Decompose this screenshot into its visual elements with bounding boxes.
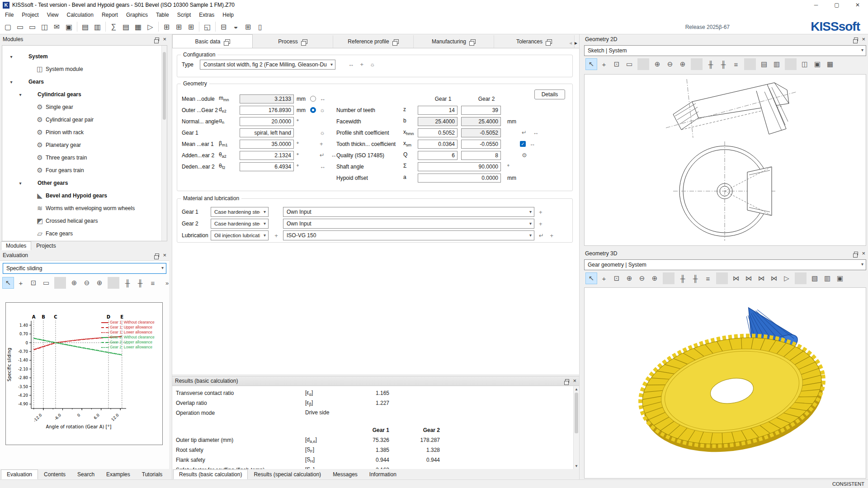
field-action-icons[interactable]: ☼ (318, 129, 327, 136)
zoom-in-icon[interactable]: ⊕ (68, 277, 80, 289)
sep[interactable] (637, 58, 649, 70)
material-detail-select[interactable]: Own Input ▾ (283, 219, 534, 229)
input-tab[interactable]: Reference profile (333, 35, 414, 48)
tree-item[interactable]: ⚙ Cylindrical gear pair (2, 113, 167, 126)
sep[interactable] (691, 58, 703, 70)
copy-icon[interactable]: ▤ (80, 21, 91, 33)
sep[interactable] (108, 277, 119, 289)
close-button[interactable]: ✕ (847, 0, 868, 10)
pan-icon[interactable]: + (598, 272, 610, 284)
dock-tab[interactable]: Contents (38, 469, 71, 479)
properties-icon[interactable]: ╫ (122, 277, 133, 289)
protocol-icon[interactable]: ▤ (758, 58, 770, 70)
gear1-value-input[interactable]: 0.5052 (418, 128, 458, 137)
add-material-icon[interactable]: + (271, 232, 281, 239)
section-zx-icon[interactable]: ⋈ (730, 272, 742, 284)
refresh-properties-icon[interactable]: ╫ (134, 277, 146, 289)
value-input[interactable]: 35.0000 (240, 140, 294, 149)
sep[interactable] (663, 272, 675, 284)
zoom-fit-icon[interactable]: ⊕ (94, 277, 105, 289)
tree-item[interactable]: ⚙ Planetary gear (2, 139, 167, 151)
sep[interactable] (77, 22, 77, 32)
zoom-window-icon[interactable]: ⊡ (611, 58, 623, 70)
sep[interactable] (199, 22, 199, 32)
gear2-value-input[interactable]: 25.4000 (461, 117, 501, 126)
dock-tab[interactable]: Evaluation (1, 469, 38, 479)
pan-icon[interactable]: + (15, 277, 27, 289)
tree-item[interactable]: ▾ Gears (2, 75, 167, 88)
tree-item[interactable]: ▱ Face gears (2, 227, 167, 240)
field-action-icons[interactable]: ☼ (318, 107, 327, 113)
float-panel-icon[interactable] (854, 252, 858, 255)
configuration-row-icons[interactable]: ↔ + ☼ (335, 61, 377, 68)
undock-tab-icon[interactable] (394, 39, 399, 44)
save-3d-icon[interactable]: ▣ (834, 272, 846, 284)
window-layout-icon[interactable]: ▯ (255, 21, 266, 33)
sep[interactable] (744, 58, 756, 70)
gear1-value-input[interactable]: 14 (418, 106, 458, 115)
input-tab[interactable]: Manufacturing (414, 35, 494, 48)
geometry2d-canvas[interactable] (584, 74, 866, 246)
material-select[interactable]: Case hardening steel ▾ (211, 219, 269, 229)
sep[interactable] (795, 272, 807, 284)
legend-icon[interactable]: ≡ (702, 272, 714, 284)
undock-tab-icon[interactable] (547, 39, 552, 44)
report-icon[interactable]: ▤ (120, 21, 132, 33)
open-variant-icon[interactable]: ▭ (27, 21, 38, 33)
sep[interactable] (54, 277, 66, 289)
value-input[interactable]: spiral, left hand (240, 128, 294, 137)
geometry3d-view-select[interactable]: Gear geometry | System ▾ (584, 259, 866, 270)
play-animation-icon[interactable]: ▷ (781, 272, 793, 284)
tree-item[interactable]: ⚙ Four gears train (2, 164, 167, 177)
tree-item[interactable]: ⚙ Single gear (2, 101, 167, 113)
tree-item[interactable]: ⚙ Pinion with rack (2, 126, 167, 139)
menu-item[interactable]: File (1, 10, 18, 19)
geometry2d-view-select[interactable]: Sketch | System ▾ (584, 45, 866, 56)
dock-tab[interactable]: Information (363, 469, 402, 479)
results-scrollbar[interactable]: ▲▼ (573, 386, 579, 469)
material-select[interactable]: Oil injection lubrication ▾ (211, 230, 269, 240)
pan-icon[interactable]: + (598, 58, 610, 70)
export-3d-icon[interactable]: ▥ (821, 272, 833, 284)
dock-tab[interactable]: Examples (100, 469, 136, 479)
menu-item[interactable]: Report (98, 10, 122, 19)
tree-item[interactable]: ≋ Worms with enveloping worm wheels (2, 202, 167, 215)
close-panel-icon[interactable]: × (163, 37, 166, 42)
calculate-icon[interactable]: ∑ (108, 21, 119, 33)
menu-item[interactable]: Help (218, 10, 238, 19)
export-dxf-icon[interactable]: ▥ (771, 58, 783, 70)
close-panel-icon[interactable]: × (862, 37, 865, 42)
zoom-fit-icon[interactable]: ⊕ (649, 272, 660, 284)
zoom-in-icon[interactable]: ⊕ (651, 58, 663, 70)
tree-item[interactable]: ◩ Crossed helical gears (2, 215, 167, 227)
float-panel-icon[interactable] (155, 38, 159, 41)
field-action-icons[interactable]: ↔ (318, 95, 328, 102)
database-icon[interactable]: ◒ (230, 21, 241, 33)
menu-item[interactable]: Extras (195, 10, 218, 19)
save-icon[interactable]: ▣ (811, 58, 823, 70)
gear2-value-input[interactable]: 39 (461, 106, 501, 115)
value-input[interactable]: 20.0000 (240, 117, 294, 126)
refresh-properties-icon[interactable]: ╫ (689, 272, 701, 284)
gear1-value-input[interactable]: 0.0000 (418, 174, 501, 183)
value-input[interactable]: 2.1324 (240, 151, 294, 160)
properties-icon[interactable]: ╫ (705, 58, 717, 70)
float-panel-icon[interactable] (854, 38, 858, 41)
select-icon[interactable]: ↖ (2, 277, 14, 289)
expand-chevron-icon[interactable]: ▾ (15, 92, 26, 97)
zoom-fit-icon[interactable]: ⊕ (677, 58, 689, 70)
print-icon[interactable]: ▦ (824, 58, 836, 70)
zoom-window-icon[interactable]: ⊡ (611, 272, 623, 284)
gear1-value-input[interactable]: 25.4000 (418, 117, 458, 126)
minimize-button[interactable]: ─ (806, 0, 826, 10)
menu-item[interactable]: Script (173, 10, 195, 19)
tree-item[interactable]: ⚙ Three gears train (2, 151, 167, 164)
send-email-icon[interactable]: ✉ (51, 21, 62, 33)
export-icon[interactable]: ⊟ (218, 21, 229, 33)
close-panel-icon[interactable]: × (862, 251, 865, 256)
tree-item[interactable]: ◫ System module (2, 63, 167, 75)
tree-item[interactable]: ▾ System (2, 50, 167, 63)
module-window-icon[interactable]: ⊞ (173, 21, 184, 33)
gear2-value-input[interactable]: -0.5052 (461, 128, 501, 137)
refresh-properties-icon[interactable]: ╫ (717, 58, 729, 70)
